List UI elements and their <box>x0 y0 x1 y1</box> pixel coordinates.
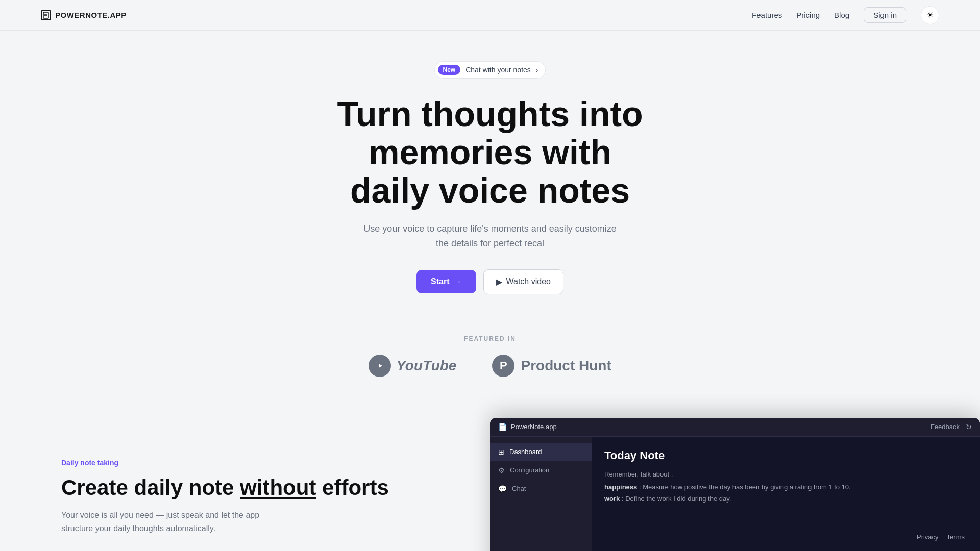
watch-video-button[interactable]: ▶ Watch video <box>483 269 564 294</box>
start-button[interactable]: Start → <box>416 270 476 293</box>
navbar-links: Features Pricing Blog Sign in ☀ <box>752 6 939 24</box>
youtube-text: YouTube <box>396 358 456 374</box>
feedback-label[interactable]: Feedback <box>930 423 960 431</box>
app-preview: 📄 PowerNote.app Feedback ↻ ⊞ Dashboard <box>490 418 980 551</box>
page-footer: Privacy Terms <box>917 533 965 541</box>
note-prompt: Remember, talk about : <box>604 470 968 478</box>
today-note-title: Today Note <box>604 449 968 462</box>
featured-label: FEATURED IN <box>464 335 516 342</box>
refresh-icon[interactable]: ↻ <box>966 423 972 431</box>
youtube-logo[interactable]: YouTube <box>369 355 456 377</box>
svg-rect-0 <box>43 12 48 18</box>
section-description: Your voice is all you need — just speak … <box>61 509 265 535</box>
theme-toggle-button[interactable]: ☀ <box>921 6 939 24</box>
app-sidebar: ⊞ Dashboard ⚙ Configuration 💬 Chat <box>490 437 592 551</box>
new-chat-badge[interactable]: New Chat with your notes › <box>434 61 546 79</box>
chevron-right-icon: › <box>536 66 538 74</box>
producthunt-icon: P <box>492 355 514 377</box>
nav-features[interactable]: Features <box>752 11 782 19</box>
nav-pricing[interactable]: Pricing <box>796 11 820 19</box>
privacy-link[interactable]: Privacy <box>917 533 939 541</box>
daily-note-content: Daily note taking Create daily note with… <box>0 418 490 551</box>
hero-title: Turn thoughts into memories with daily v… <box>286 95 694 209</box>
section-title: Create daily note without efforts <box>61 475 449 500</box>
sidebar-item-chat[interactable]: 💬 Chat <box>490 480 592 498</box>
app-window-header: 📄 PowerNote.app Feedback ↻ <box>490 418 980 437</box>
bottom-section: Daily note taking Create daily note with… <box>0 418 980 551</box>
note-item-work: work : Define the work I did during the … <box>604 495 968 503</box>
producthunt-text: Product Hunt <box>521 358 611 374</box>
app-body: ⊞ Dashboard ⚙ Configuration 💬 Chat Today… <box>490 437 980 551</box>
logo[interactable]: POWERNOTE.APP <box>41 10 127 20</box>
sign-in-button[interactable]: Sign in <box>864 7 906 23</box>
youtube-icon <box>369 355 391 377</box>
logo-text: POWERNOTE.APP <box>55 11 127 19</box>
app-window: 📄 PowerNote.app Feedback ↻ ⊞ Dashboard <box>490 418 980 551</box>
gear-icon: ⚙ <box>498 466 505 474</box>
app-window-controls: Feedback ↻ <box>930 423 972 431</box>
sidebar-item-configuration[interactable]: ⚙ Configuration <box>490 461 592 480</box>
dashboard-icon: ⊞ <box>498 448 504 456</box>
new-badge-text: Chat with your notes <box>465 66 531 74</box>
note-item-happiness: happiness : Measure how positive the day… <box>604 483 968 491</box>
chat-icon: 💬 <box>498 485 507 493</box>
nav-blog[interactable]: Blog <box>834 11 849 19</box>
app-title: 📄 PowerNote.app <box>498 423 557 431</box>
arrow-icon: → <box>454 277 462 286</box>
sidebar-item-dashboard[interactable]: ⊞ Dashboard <box>490 443 592 461</box>
doc-icon: 📄 <box>498 423 507 431</box>
hero-subtitle: Use your voice to capture life's moments… <box>357 221 623 251</box>
new-badge-tag: New <box>438 65 461 75</box>
logo-icon <box>41 10 51 20</box>
hero-section: New Chat with your notes › Turn thoughts… <box>0 31 980 315</box>
hero-buttons: Start → ▶ Watch video <box>416 269 564 294</box>
section-label: Daily note taking <box>61 459 449 467</box>
terms-link[interactable]: Terms <box>947 533 965 541</box>
play-icon: ▶ <box>496 277 502 287</box>
featured-in-section: FEATURED IN YouTube P Product Hunt <box>0 315 980 403</box>
producthunt-logo[interactable]: P Product Hunt <box>492 355 611 377</box>
featured-logos: YouTube P Product Hunt <box>369 355 611 377</box>
navbar: POWERNOTE.APP Features Pricing Blog Sign… <box>0 0 980 31</box>
